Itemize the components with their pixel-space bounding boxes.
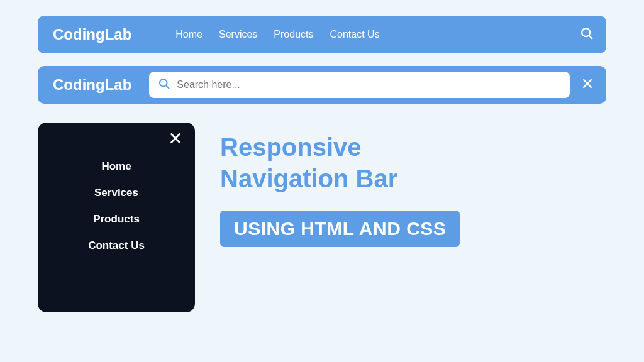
svg-line-1 bbox=[589, 36, 592, 39]
mobile-menu-items: Home Services Products Contact Us bbox=[50, 160, 182, 252]
navbar-search-expanded: CodingLab bbox=[38, 66, 606, 104]
nav-link-home[interactable]: Home bbox=[175, 29, 203, 40]
navbar-primary: CodingLab Home Services Products Contact… bbox=[38, 16, 606, 53]
logo-text: CodingLab bbox=[53, 26, 131, 43]
mobile-item-services[interactable]: Services bbox=[94, 187, 138, 199]
logo-text: CodingLab bbox=[53, 76, 131, 94]
mobile-item-home[interactable]: Home bbox=[101, 160, 131, 173]
nav-link-contact[interactable]: Contact Us bbox=[330, 29, 380, 40]
headline-badge: USING HTML AND CSS bbox=[220, 211, 460, 247]
lower-section: Home Services Products Contact Us Respon… bbox=[38, 123, 606, 312]
mobile-item-contact[interactable]: Contact Us bbox=[88, 239, 145, 252]
nav-link-services[interactable]: Services bbox=[219, 29, 257, 40]
search-input[interactable] bbox=[177, 79, 561, 90]
nav-link-products[interactable]: Products bbox=[274, 29, 313, 40]
close-icon[interactable] bbox=[581, 77, 594, 92]
nav-links: Home Services Products Contact Us bbox=[175, 29, 379, 40]
svg-line-3 bbox=[167, 85, 169, 88]
headline-line-1: Responsive bbox=[220, 131, 606, 163]
search-icon bbox=[158, 77, 170, 92]
search-icon[interactable] bbox=[580, 26, 594, 43]
headline-line-2: Navigation Bar bbox=[220, 163, 606, 194]
mobile-item-products[interactable]: Products bbox=[93, 213, 140, 226]
mobile-menu: Home Services Products Contact Us bbox=[38, 123, 195, 312]
close-icon[interactable] bbox=[169, 131, 182, 148]
mobile-menu-close-row bbox=[50, 131, 182, 148]
headline: Responsive Navigation Bar USING HTML AND… bbox=[220, 123, 606, 312]
search-box[interactable] bbox=[149, 72, 570, 98]
